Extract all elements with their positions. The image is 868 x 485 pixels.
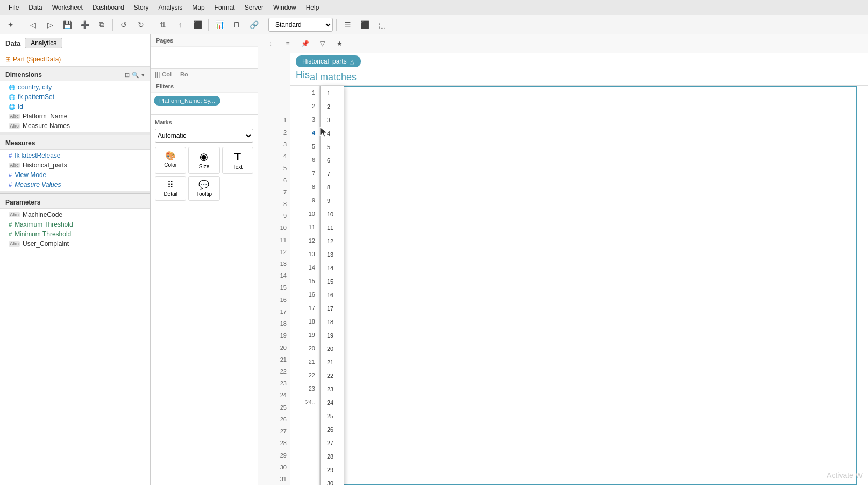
undo-btn[interactable]: ↺	[116, 17, 131, 32]
sort-asc-btn[interactable]: ↑	[173, 17, 188, 32]
dr-7[interactable]: 7	[321, 167, 344, 180]
dl-8[interactable]: 8	[290, 180, 319, 193]
dr-21[interactable]: 21	[321, 355, 344, 369]
dr-14[interactable]: 14	[321, 261, 344, 275]
dl-4[interactable]: 4	[290, 126, 319, 139]
platform-name-filter[interactable]: Platform_Name: Sy...	[154, 96, 220, 106]
dl-19[interactable]: 19	[290, 328, 319, 341]
dl-5[interactable]: 5	[290, 139, 319, 153]
dl-16[interactable]: 16	[290, 287, 319, 301]
dl-12[interactable]: 12	[290, 234, 319, 247]
detail-btn[interactable]: ⠿ Detail	[155, 176, 186, 201]
sort-icon[interactable]: ↕	[264, 37, 278, 51]
share2-btn[interactable]: ⬚	[374, 17, 389, 32]
dl-9[interactable]: 9	[290, 193, 319, 207]
marks-type-select[interactable]: Automatic	[155, 129, 253, 143]
menu-dashboard[interactable]: Dashboard	[88, 2, 129, 13]
dl-10[interactable]: 10	[290, 207, 319, 220]
menu-map[interactable]: Map	[188, 2, 209, 13]
present-btn[interactable]: ⬛	[357, 17, 372, 32]
add-icon[interactable]: ▾	[141, 72, 145, 79]
dr-15[interactable]: 15	[321, 275, 344, 288]
fit-mode-select[interactable]: Standard	[268, 18, 333, 32]
save-btn[interactable]: 💾	[60, 17, 75, 32]
historical-parts-pill[interactable]: Historical_parts △	[296, 55, 361, 67]
data-tab-title[interactable]: Data	[5, 39, 20, 47]
dl-21[interactable]: 21	[290, 355, 319, 368]
dr-23[interactable]: 23	[321, 382, 344, 396]
dl-7[interactable]: 7	[290, 166, 319, 180]
filter-icon[interactable]: ▽	[315, 37, 329, 51]
field-platform-name[interactable]: Abc Platform_Name	[0, 111, 150, 121]
dr-5[interactable]: 5	[321, 140, 344, 153]
param-user-complaint[interactable]: Abc User_Complaint	[0, 239, 150, 249]
dr-25[interactable]: 25	[321, 409, 344, 423]
dr-27[interactable]: 27	[321, 436, 344, 449]
field-view-mode[interactable]: # View Mode	[0, 170, 150, 180]
field-country-city[interactable]: 🌐 country, city	[0, 82, 150, 92]
data-source-item[interactable]: ⊞ Part (SpectData)	[0, 52, 150, 67]
grid-icon[interactable]: ⊞	[125, 72, 130, 79]
text-btn[interactable]: T Text	[222, 147, 253, 174]
forward-btn[interactable]: ▷	[42, 17, 58, 32]
pin-icon[interactable]: 📌	[298, 37, 312, 51]
param-max-threshold[interactable]: # Maximum Threshold	[0, 220, 150, 229]
dr-22[interactable]: 22	[321, 369, 344, 382]
bar-chart-btn[interactable]: 📊	[212, 17, 227, 32]
dr-17[interactable]: 17	[321, 301, 344, 315]
text-table-btn[interactable]: 🗒	[229, 17, 244, 32]
dl-6[interactable]: 6	[290, 153, 319, 166]
menu-format[interactable]: Format	[210, 2, 239, 13]
duplicate-btn[interactable]: ⧉	[94, 17, 109, 32]
param-machinecode[interactable]: Abc MachineCode	[0, 210, 150, 220]
menu-window[interactable]: Window	[269, 2, 301, 13]
menu-story[interactable]: Story	[130, 2, 153, 13]
field-id[interactable]: 🌐 Id	[0, 102, 150, 111]
dr-24[interactable]: 24	[321, 396, 344, 409]
dr-6[interactable]: 6	[321, 153, 344, 167]
share-btn[interactable]: 🔗	[246, 17, 261, 32]
dr-9[interactable]: 9	[321, 194, 344, 207]
dr-1[interactable]: 1	[321, 86, 344, 100]
dl-3[interactable]: 3	[290, 113, 319, 126]
dr-19[interactable]: 19	[321, 328, 344, 342]
menu-analysis[interactable]: Analysis	[154, 2, 187, 13]
show-cards-btn[interactable]: ☰	[340, 17, 355, 32]
menu-server[interactable]: Server	[240, 2, 268, 13]
dr-3[interactable]: 3	[321, 113, 344, 126]
dr-28[interactable]: 28	[321, 449, 344, 463]
menu-help[interactable]: Help	[302, 2, 324, 13]
highlight-icon[interactable]: ★	[332, 37, 346, 51]
size-btn[interactable]: ◉ Size	[188, 147, 219, 174]
dr-8[interactable]: 8	[321, 180, 344, 194]
dl-2[interactable]: 2	[290, 99, 319, 113]
dr-26[interactable]: 26	[321, 423, 344, 436]
back-btn[interactable]: ◁	[25, 17, 40, 32]
new-sheet-btn[interactable]: ➕	[77, 17, 92, 32]
field-fk-patternset[interactable]: 🌐 fk patternSet	[0, 92, 150, 102]
menu-data[interactable]: Data	[24, 2, 46, 13]
dr-10[interactable]: 10	[321, 207, 344, 221]
dr-29[interactable]: 29	[321, 463, 344, 476]
field-measure-names[interactable]: Abc Measure Names	[0, 121, 150, 131]
dr-13[interactable]: 13	[321, 248, 344, 261]
dr-30[interactable]: 30	[321, 476, 344, 485]
dr-18[interactable]: 18	[321, 315, 344, 328]
search-icon[interactable]: 🔍	[132, 72, 139, 79]
dr-11[interactable]: 11	[321, 221, 344, 234]
dl-20[interactable]: 20	[290, 341, 319, 355]
dl-18[interactable]: 18	[290, 314, 319, 328]
dl-15[interactable]: 15	[290, 274, 319, 287]
param-min-threshold[interactable]: # Minimum Threshold	[0, 229, 150, 239]
dl-24[interactable]: 24..	[290, 395, 319, 409]
swap-btn[interactable]: ⇅	[155, 17, 170, 32]
dl-23[interactable]: 23	[290, 382, 319, 395]
dl-17[interactable]: 17	[290, 301, 319, 314]
field-fk-latestrelease[interactable]: # fk latestRelease	[0, 151, 150, 160]
menu-worksheet[interactable]: Worksheet	[48, 2, 87, 13]
field-measure-values[interactable]: # Measure Values	[0, 180, 150, 189]
dr-4[interactable]: 4	[321, 126, 344, 140]
dl-11[interactable]: 11	[290, 220, 319, 234]
dr-20[interactable]: 20	[321, 342, 344, 355]
field-historical-parts[interactable]: Abc Historical_parts	[0, 160, 150, 170]
